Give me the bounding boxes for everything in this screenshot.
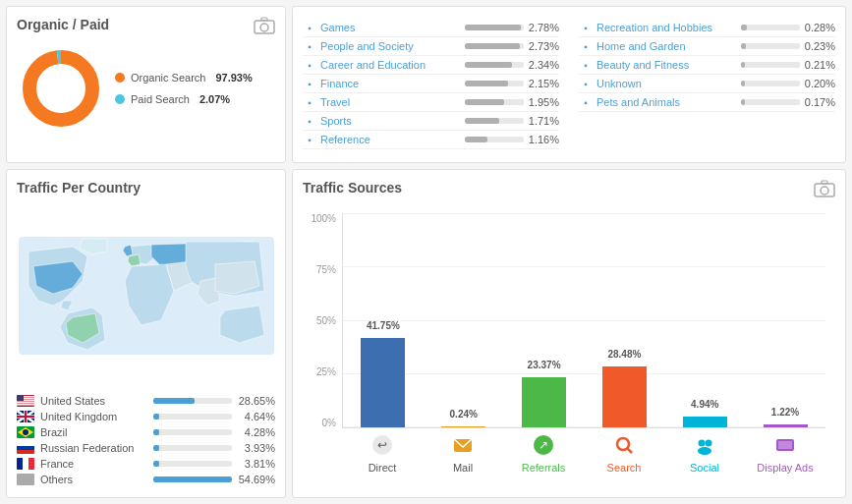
category-bar [741, 62, 745, 68]
country-row: United Kingdom 4.64% [17, 409, 275, 424]
category-bar [465, 25, 521, 30]
category-icon: ▪ [579, 39, 593, 53]
category-icon: ▪ [303, 39, 316, 53]
country-value: 3.81% [238, 458, 275, 470]
category-value: 1.95% [528, 96, 559, 108]
organic-paid-title: Organic / Paid [17, 17, 275, 32]
legend: Organic Search 97.93% Paid Search 2.07% [115, 72, 253, 105]
svg-rect-32 [822, 181, 827, 184]
country-name: United States [40, 395, 147, 407]
paid-label: Paid Search [131, 93, 190, 105]
donut-chart [17, 44, 105, 133]
donut-area: Organic Search 97.93% Paid Search 2.07% [17, 44, 275, 133]
svg-point-31 [821, 187, 828, 195]
country-bar-container [153, 429, 232, 435]
bar-value-label: 28.48% [607, 349, 641, 360]
category-bar-container [465, 118, 524, 124]
country-name: Russian Federation [40, 442, 147, 454]
bar: 1.22% [764, 424, 808, 427]
country-bar [153, 429, 159, 435]
bar-group: 28.48% [584, 213, 664, 427]
category-bar-container [741, 81, 800, 86]
category-bar-container [465, 25, 524, 30]
category-bar-container [465, 99, 524, 105]
bar: 23.37% [522, 377, 566, 427]
country-row: France 3.81% [17, 456, 275, 472]
organic-value: 97.93% [215, 72, 252, 84]
svg-point-22 [23, 429, 28, 435]
x-label-group: ↩Direct [342, 428, 423, 487]
y-axis-label: 25% [316, 366, 336, 377]
x-label-group: Social [664, 428, 745, 487]
legend-item-organic: Organic Search 97.93% [115, 72, 253, 84]
country-value: 4.28% [238, 426, 275, 438]
category-value: 1.16% [528, 134, 559, 145]
social-icon [694, 434, 715, 459]
x-label-text: Direct [369, 462, 397, 474]
bar-group: 1.22% [745, 213, 825, 427]
organic-dot [115, 73, 125, 83]
category-bar [741, 25, 747, 30]
bar: 28.48% [602, 366, 647, 427]
y-axis-label: 0% [322, 418, 336, 428]
category-bar [465, 43, 520, 49]
bar-group: 41.75% [343, 213, 424, 427]
category-value: 0.17% [804, 96, 835, 108]
traffic-sources-panel: Traffic Sources 100%75%50%25%0%41.75%0.2… [292, 169, 846, 498]
category-bar [465, 81, 508, 86]
category-bar-container [741, 62, 800, 68]
sources-camera-icon[interactable] [814, 180, 835, 197]
bar-value-label: 4.94% [691, 399, 718, 410]
category-bar-container [741, 43, 800, 49]
category-value: 0.23% [804, 40, 835, 52]
traffic-country-panel: Traffic Per Country [6, 169, 286, 498]
country-bar [153, 461, 159, 467]
category-name: Recreation and Hobbies [596, 22, 737, 33]
category-icon: ▪ [303, 21, 316, 34]
x-axis-labels: ↩DirectMail↗ReferralsSearchSocialDisplay… [342, 428, 825, 487]
category-icon: ▪ [303, 114, 316, 128]
mail-icon [452, 434, 474, 459]
country-row: Others 54.69% [17, 472, 275, 487]
svg-point-1 [260, 24, 268, 31]
country-bar [153, 398, 195, 404]
x-label-group: Mail [423, 428, 503, 487]
svg-rect-12 [17, 395, 24, 401]
category-icon: ▪ [579, 58, 593, 72]
category-value: 2.34% [528, 59, 559, 71]
y-axis-label: 50% [316, 315, 336, 326]
x-label-group: ↗Referrals [503, 428, 584, 487]
category-row: ▪ Travel 1.95% [303, 93, 559, 112]
svg-point-42 [698, 447, 711, 455]
x-label-text: Search [607, 462, 642, 474]
world-map-area [17, 203, 275, 387]
category-row: ▪ Games 2.78% [303, 19, 559, 37]
category-bar [465, 99, 504, 105]
svg-line-39 [628, 449, 633, 454]
category-row: ▪ Sports 1.71% [303, 112, 559, 131]
category-row: ▪ Beauty and Fitness 0.21% [579, 56, 835, 75]
country-name: United Kingdom [40, 411, 147, 422]
display ads-icon [774, 434, 796, 459]
category-icon: ▪ [303, 95, 316, 109]
category-name: Reference [320, 134, 461, 145]
category-icon: ▪ [303, 58, 316, 72]
category-icon: ▪ [579, 77, 593, 90]
referrals-icon: ↗ [533, 434, 554, 459]
svg-rect-28 [28, 458, 34, 470]
category-bar-container [465, 43, 524, 49]
x-label-group: Search [584, 428, 664, 487]
traffic-country-title: Traffic Per Country [17, 180, 275, 196]
country-name: Brazil [40, 426, 147, 438]
bar-group: 4.94% [664, 213, 745, 427]
category-value: 0.21% [804, 59, 835, 71]
svg-text:↗: ↗ [539, 438, 548, 452]
svg-rect-2 [261, 18, 267, 21]
camera-icon[interactable] [254, 17, 275, 34]
category-name: Home and Garden [596, 40, 737, 52]
svg-point-38 [617, 438, 629, 450]
category-bar-container [741, 25, 800, 30]
svg-rect-26 [17, 458, 23, 470]
category-name: Unknown [596, 78, 737, 89]
svg-rect-29 [17, 474, 34, 485]
